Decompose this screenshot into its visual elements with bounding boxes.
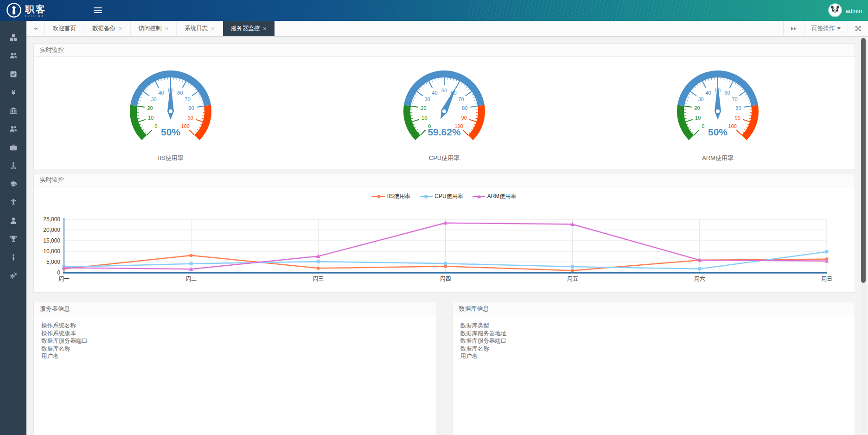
svg-text:10: 10 — [148, 115, 153, 121]
svg-text:59.62%: 59.62% — [428, 127, 461, 137]
line-chart: 05,00010,00015,00020,00025,000周一周二周三周四周五… — [34, 202, 841, 282]
sidebar-item-trophy[interactable] — [0, 230, 26, 249]
svg-text:10: 10 — [695, 115, 701, 121]
page-ops-dropdown[interactable]: 页签操作 — [804, 21, 848, 36]
svg-text:周一: 周一 — [58, 275, 70, 282]
sidebar-item-child[interactable] — [0, 193, 26, 212]
tab-访问控制[interactable]: 访问控制× — [131, 21, 177, 36]
tab-close-icon[interactable]: × — [119, 26, 122, 32]
server-info-list: 操作系统名称操作系统版本数据库服务器端口数据库名称用户名 — [34, 315, 436, 367]
sidebar-nav: ¥ — [0, 21, 26, 435]
logo-subtext: IZHIKE — [25, 14, 46, 18]
legend-marker-icon — [372, 194, 385, 199]
tabs-scroll-left-button[interactable] — [26, 21, 45, 36]
tab-close-icon[interactable]: × — [263, 26, 267, 32]
sidebar-item-info[interactable] — [0, 248, 26, 267]
tab-系统日志[interactable]: 系统日志× — [177, 21, 223, 36]
legend-item-ARM使用率[interactable]: ARM使用率 — [472, 192, 517, 200]
logo-text: 职客 — [25, 4, 46, 14]
panel-title: 实时监控 — [34, 173, 855, 186]
fullscreen-button[interactable] — [848, 21, 868, 36]
svg-text:30: 30 — [424, 96, 430, 102]
sidebar-item-cogs[interactable] — [0, 267, 26, 285]
svg-text:90: 90 — [735, 115, 740, 121]
panel-realtime-gauges: 实时监控 010203040506070809010050%IIS使用率0102… — [33, 43, 855, 169]
legend-item-IIS使用率[interactable]: IIS使用率 — [372, 192, 411, 200]
svg-text:100: 100 — [181, 123, 190, 129]
svg-text:20: 20 — [421, 105, 426, 111]
logo-tie-icon — [6, 2, 22, 20]
sidebar-item-briefcase[interactable] — [0, 138, 26, 157]
sidebar-item-check-square[interactable] — [0, 65, 26, 83]
sidebar-item-yen[interactable]: ¥ — [0, 83, 26, 102]
svg-text:0: 0 — [154, 123, 157, 129]
tab-close-icon[interactable]: × — [165, 26, 169, 32]
avatar — [828, 3, 842, 19]
db-info-row: 数据库名称 — [460, 345, 848, 353]
users-icon — [10, 52, 17, 59]
svg-text:90: 90 — [461, 115, 467, 121]
gauge-chart: 010203040506070809010050% — [115, 66, 226, 147]
server-info-row: 用户名 — [41, 352, 428, 360]
legend-marker-icon — [472, 194, 485, 199]
navbar-decor-pattern — [468, 0, 719, 21]
users-group-icon — [10, 125, 17, 133]
sidebar-item-users[interactable] — [0, 47, 26, 65]
svg-text:50: 50 — [441, 88, 447, 93]
sidebar-item-bank[interactable] — [0, 102, 26, 120]
sidebar-item-street-view[interactable] — [0, 157, 26, 175]
tab-欢迎首页[interactable]: 欢迎首页 — [45, 21, 84, 36]
svg-text:20: 20 — [694, 105, 700, 111]
gauge-CPU使用率: 010203040506070809010059.62%CPU使用率 — [307, 66, 581, 162]
svg-text:80: 80 — [462, 105, 467, 111]
panel-server-info: 服务器信息 操作系统名称操作系统版本数据库服务器端口数据库名称用户名 — [33, 302, 436, 435]
gauge-chart: 010203040506070809010059.62% — [389, 66, 500, 147]
tabs-scroll-right-button[interactable] — [783, 21, 804, 36]
app-logo[interactable]: 职客 IZHIKE — [6, 2, 46, 20]
svg-text:70: 70 — [185, 96, 190, 102]
bank-icon — [10, 107, 17, 115]
gauge-ARM使用率: 010203040506070809010050%ARM使用率 — [581, 66, 855, 162]
panel-title: 服务器信息 — [34, 302, 436, 315]
sidebar-item-user[interactable] — [0, 211, 26, 230]
sidebar-item-cubes[interactable] — [0, 28, 26, 47]
tab-close-icon[interactable]: × — [211, 26, 215, 32]
svg-text:0: 0 — [702, 123, 704, 129]
tab-服务器监控[interactable]: 服务器监控× — [223, 21, 275, 36]
svg-text:40: 40 — [158, 90, 164, 96]
legend-marker-icon — [420, 194, 433, 199]
svg-text:周四: 周四 — [440, 275, 451, 282]
db-info-row: 数据库服务器地址 — [460, 330, 848, 338]
svg-text:80: 80 — [735, 105, 741, 111]
sidebar-item-graduation-cap[interactable] — [0, 175, 26, 193]
tab-bar: 欢迎首页数据备份×访问控制×系统日志×服务器监控× 页签操作 — [26, 21, 868, 37]
legend-item-CPU使用率[interactable]: CPU使用率 — [420, 192, 463, 200]
svg-text:60: 60 — [724, 90, 730, 96]
panel-title: 实时监控 — [34, 44, 855, 57]
sidebar-item-users-group[interactable] — [0, 120, 26, 139]
panel-db-info: 数据库信息 数据库类型数据库服务器地址数据库服务器端口数据库名称用户名 — [453, 302, 855, 435]
svg-text:周日: 周日 — [821, 275, 832, 282]
cubes-icon — [10, 34, 17, 41]
sidebar-toggle-hamburger-icon[interactable] — [94, 7, 102, 14]
cogs-icon — [10, 272, 17, 279]
svg-text:70: 70 — [458, 96, 464, 102]
graduation-cap-icon — [10, 180, 17, 188]
yen-icon: ¥ — [10, 89, 17, 96]
chart-legend: IIS使用率CPU使用率ARM使用率 — [34, 186, 855, 202]
svg-text:100: 100 — [728, 123, 737, 129]
svg-text:周五: 周五 — [567, 275, 578, 282]
panel-realtime-chart: 实时监控 IIS使用率CPU使用率ARM使用率 05,00010,00015,0… — [33, 173, 855, 293]
svg-text:0: 0 — [57, 269, 60, 276]
svg-text:50%: 50% — [161, 127, 180, 137]
svg-text:40: 40 — [705, 90, 711, 96]
tabbar-right-controls: 页签操作 — [783, 21, 868, 36]
svg-text:30: 30 — [151, 96, 156, 102]
svg-text:15,000: 15,000 — [43, 237, 60, 244]
svg-text:10,000: 10,000 — [43, 248, 60, 255]
caret-down-icon — [837, 27, 841, 30]
scrollbar-thumb[interactable] — [861, 38, 866, 283]
tab-数据备份[interactable]: 数据备份× — [84, 21, 131, 36]
user-menu[interactable]: admin — [828, 3, 862, 19]
db-info-row: 用户名 — [460, 352, 848, 360]
